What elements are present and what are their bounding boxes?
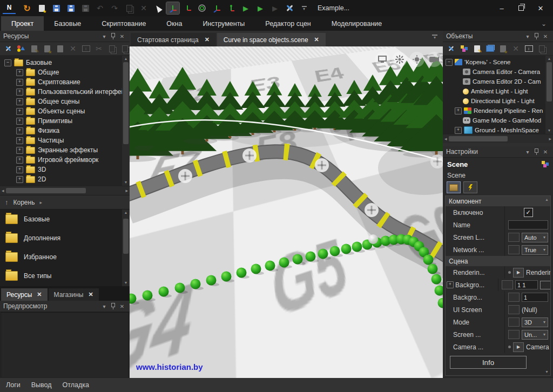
tab-stores[interactable]: Магазины✕ bbox=[49, 288, 99, 301]
info-button[interactable]: Info bbox=[450, 356, 527, 369]
close-icon[interactable]: ✕ bbox=[205, 36, 210, 43]
resources-settings-button[interactable] bbox=[3, 43, 14, 54]
resources-tree-vscrollbar[interactable]: ▴▾ bbox=[122, 56, 130, 186]
lighting-button[interactable] bbox=[392, 52, 407, 67]
duplicate-button[interactable] bbox=[123, 2, 136, 14]
tree-item[interactable]: + Игровой фреймворк bbox=[0, 155, 130, 165]
expand-icon[interactable]: + bbox=[16, 108, 23, 115]
objects-folders-button[interactable] bbox=[484, 43, 495, 54]
objects-tree-vscrollbar[interactable]: ▴▾ bbox=[545, 56, 553, 134]
tree-item-camera-editor[interactable]: Camera Editor - Camera bbox=[443, 67, 553, 77]
play-disabled-button[interactable]: ▶ bbox=[268, 2, 281, 14]
resources-newdoc-button[interactable] bbox=[55, 43, 65, 54]
settings-pin-button[interactable] bbox=[535, 148, 538, 155]
tree-item[interactable]: + Общее сцены bbox=[0, 97, 130, 106]
tree-item-directional-light[interactable]: Directional Light - Light bbox=[443, 96, 553, 106]
status-bar-item[interactable]: Логи bbox=[6, 381, 21, 389]
objects-dropdown-button[interactable]: ▾ bbox=[523, 33, 532, 39]
objects-create-button[interactable] bbox=[458, 43, 469, 54]
toolbar-overflow-button[interactable]: ▾ bbox=[298, 2, 311, 14]
resources-dropdown-button[interactable]: ▾ bbox=[100, 33, 109, 39]
run-button[interactable]: ▶ bbox=[254, 2, 267, 14]
expand-icon[interactable]: + bbox=[16, 137, 23, 144]
background-color-input[interactable]: 1 1 bbox=[515, 280, 538, 289]
tree-item[interactable]: + Скриптование bbox=[0, 77, 130, 87]
delete-button[interactable]: ✕ bbox=[137, 2, 150, 14]
menu-item[interactable]: Скриптование bbox=[91, 16, 156, 31]
tree-item[interactable]: + Примитивы bbox=[0, 116, 130, 126]
save-button[interactable] bbox=[50, 2, 63, 14]
tree-item[interactable]: + Частицы bbox=[0, 136, 130, 145]
tree-item[interactable]: + 2D bbox=[0, 174, 130, 184]
menu-item[interactable]: Окна bbox=[156, 16, 192, 31]
objects-copy-button[interactable] bbox=[536, 43, 547, 54]
tree-item[interactable]: + Общие bbox=[0, 67, 130, 77]
close-icon[interactable]: ✕ bbox=[88, 291, 93, 298]
default-box[interactable] bbox=[508, 305, 520, 314]
resources-paste-button[interactable] bbox=[119, 43, 130, 54]
settings-dropdown-button[interactable]: ▾ bbox=[523, 149, 532, 155]
enabled-checkbox[interactable]: ✓ bbox=[524, 208, 533, 217]
play-button[interactable]: ▶ bbox=[239, 2, 252, 14]
move-tool-button[interactable] bbox=[166, 2, 179, 14]
menu-item[interactable]: Инструменты bbox=[192, 16, 255, 31]
expand-icon[interactable]: + bbox=[16, 118, 23, 125]
orbit-tool-button[interactable] bbox=[195, 2, 208, 14]
default-box[interactable] bbox=[508, 317, 520, 327]
default-box[interactable] bbox=[508, 233, 520, 242]
list-item[interactable]: Все типы bbox=[0, 266, 130, 285]
tab-events[interactable] bbox=[463, 181, 477, 193]
tree-item-scene-root[interactable]: − 'Корень' - Scene bbox=[443, 57, 553, 67]
status-bar-item[interactable]: Вывод bbox=[31, 381, 52, 389]
resources-create-button[interactable] bbox=[16, 43, 26, 54]
objects-newdoc-button[interactable] bbox=[497, 43, 508, 54]
expand-icon[interactable]: + bbox=[16, 89, 23, 96]
rotate-tool-button[interactable] bbox=[181, 2, 194, 14]
resources-copy-button[interactable] bbox=[106, 43, 117, 54]
tree-item-ambient-light[interactable]: Ambient Light - Light bbox=[443, 86, 553, 96]
expand-icon[interactable]: + bbox=[16, 176, 23, 183]
expand-icon[interactable]: + bbox=[16, 147, 23, 154]
menu-item[interactable]: Моделирование bbox=[321, 16, 393, 31]
objects-settings-button[interactable] bbox=[446, 43, 456, 54]
save-all-button[interactable] bbox=[79, 2, 92, 14]
resources-cut-button[interactable]: ✂ bbox=[93, 43, 104, 54]
objects-edit-button[interactable] bbox=[471, 43, 482, 54]
tree-item-root[interactable]: − Базовые bbox=[0, 58, 130, 67]
rendering-pipeline-ref-button[interactable]: ▶ bbox=[513, 268, 524, 278]
list-item[interactable]: Базовые bbox=[0, 209, 130, 228]
save-as-button[interactable] bbox=[64, 2, 77, 14]
expand-icon[interactable]: + bbox=[16, 98, 23, 105]
resources-rename-button[interactable]: i bbox=[80, 43, 91, 54]
redo-button[interactable]: ↷ bbox=[108, 2, 121, 14]
tree-item[interactable]: + 3D bbox=[0, 165, 130, 174]
tree-item-ground[interactable]: + Ground - MeshInSpace bbox=[443, 125, 553, 134]
tree-item-game-mode[interactable]: Game Mode - GameMod bbox=[443, 116, 553, 125]
preview-pin-button[interactable] bbox=[111, 303, 115, 309]
up-arrow-icon[interactable]: ↑ bbox=[5, 198, 9, 206]
settings-close-button[interactable]: ✕ bbox=[541, 149, 550, 155]
default-box[interactable] bbox=[502, 280, 513, 289]
default-box[interactable] bbox=[508, 330, 520, 339]
tab-scene-document[interactable]: Curve in space objects.scene✕ bbox=[217, 33, 326, 46]
scene-viewport[interactable]: E1E2E3E4E5E6E7E8E1E2E3E4E5E6E7E8E1E2E3E4… bbox=[130, 46, 443, 378]
collapse-icon[interactable]: − bbox=[446, 59, 453, 66]
scale-tool-button[interactable] bbox=[210, 2, 223, 14]
expand-icon[interactable]: + bbox=[16, 79, 23, 86]
expand-icon[interactable]: + bbox=[455, 127, 462, 134]
default-box[interactable] bbox=[508, 245, 520, 254]
brightness-button[interactable] bbox=[409, 52, 424, 67]
resources-delete-button[interactable]: ✕ bbox=[68, 43, 78, 54]
close-icon[interactable]: ✕ bbox=[314, 36, 319, 43]
list-item[interactable]: Избранное bbox=[0, 247, 130, 266]
menu-expand-button[interactable]: ⌄ bbox=[535, 16, 553, 31]
close-button[interactable]: ✕ bbox=[531, 1, 550, 16]
expand-icon[interactable]: + bbox=[16, 127, 23, 134]
objects-rename-button[interactable]: i bbox=[523, 43, 534, 54]
objects-close-button[interactable]: ✕ bbox=[541, 33, 550, 39]
objects-tree-hscrollbar[interactable]: ◂▸ bbox=[443, 134, 553, 143]
objects-pin-button[interactable] bbox=[535, 33, 538, 39]
camera-ref-button[interactable]: ▶ bbox=[513, 342, 524, 352]
expand-icon[interactable]: + bbox=[16, 166, 23, 173]
tree-item[interactable]: + Физика bbox=[0, 126, 130, 136]
